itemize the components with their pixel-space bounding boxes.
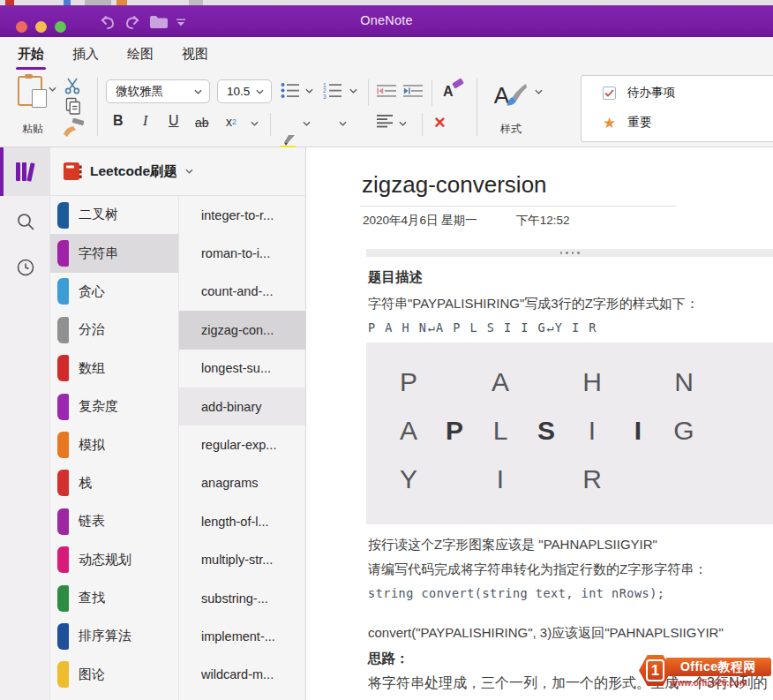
section-row[interactable]: 动态规划 xyxy=(50,541,178,579)
font-size-select[interactable]: 10.5 xyxy=(217,79,272,103)
notebook-panel: Leetcode刷题 二叉树 字符串 贪心 分治 数组 复杂度 模拟 栈 链表 … xyxy=(50,147,306,700)
paragraph-align-chevron-icon[interactable] xyxy=(399,121,407,126)
note-line-2[interactable]: 按行读这个Z字形图案应该是 "PAHNAPLSIIGYIR" xyxy=(368,537,657,553)
bold-button[interactable]: B xyxy=(113,113,124,129)
clipboard-icon xyxy=(18,76,42,106)
page-row[interactable]: longest-su... xyxy=(179,350,305,388)
note-zigzag-inline[interactable]: P A H N↵A P L S I I G↵Y I R xyxy=(368,320,597,335)
styles-button[interactable]: A xyxy=(491,75,531,116)
tab-draw[interactable]: 绘图 xyxy=(125,41,155,68)
figure-letter xyxy=(615,464,661,494)
font-color-chevron-icon[interactable] xyxy=(339,121,347,126)
subscript-chevron-icon[interactable] xyxy=(251,121,259,126)
ribbon-toolbar: 粘贴 微软雅黑 10.5 xyxy=(0,71,773,147)
note-line-5[interactable]: 思路： xyxy=(368,650,409,668)
page-label: regular-exp... xyxy=(201,438,276,452)
delete-button[interactable]: × xyxy=(434,113,446,132)
page-label: multiply-str... xyxy=(201,553,273,567)
section-row[interactable]: 贪心 xyxy=(50,273,178,311)
toolbar-divider xyxy=(432,79,432,106)
numbered-list-chevron-icon[interactable] xyxy=(349,88,357,94)
indent-icon[interactable] xyxy=(403,84,423,98)
styles-chevron-icon[interactable] xyxy=(535,89,543,94)
numbered-list-icon[interactable]: 1 2 3 xyxy=(323,82,342,99)
highlight-color-button[interactable] xyxy=(280,132,296,149)
rail-search-button[interactable] xyxy=(0,206,50,237)
rail-notebooks-button[interactable] xyxy=(0,147,50,196)
ribbon-tab-bar: 开始 插入 绘图 视图 xyxy=(0,37,773,71)
cut-icon[interactable] xyxy=(64,77,81,94)
section-row[interactable]: 图论 xyxy=(50,656,178,694)
outdent-icon[interactable] xyxy=(377,84,396,98)
italic-button[interactable]: I xyxy=(143,113,147,129)
page-row[interactable]: add-binary xyxy=(179,388,305,425)
copy-icon[interactable] xyxy=(65,97,81,116)
section-label: 数组 xyxy=(79,360,105,377)
section-label: 查找 xyxy=(79,590,105,606)
page-label: wildcard-m... xyxy=(201,667,274,681)
section-row[interactable]: 分治 xyxy=(50,311,178,349)
bullet-list-icon[interactable] xyxy=(281,82,300,99)
strikethrough-button[interactable]: ab xyxy=(195,116,209,130)
figure-letter xyxy=(615,367,661,397)
tag-important[interactable]: ★ 重要 xyxy=(603,115,651,131)
tab-insert[interactable]: 插入 xyxy=(71,41,101,68)
paste-button[interactable] xyxy=(18,76,42,106)
figure-row: YIR xyxy=(386,464,707,494)
note-line-3[interactable]: 请编写代码完成将字符串转化为指定行数的Z字形字符串： xyxy=(368,561,707,578)
section-row[interactable]: 二叉树 xyxy=(50,196,178,234)
section-row[interactable]: 链表 xyxy=(50,502,178,540)
page-row[interactable]: roman-to-i... xyxy=(179,234,305,272)
page-row[interactable]: integer-to-r... xyxy=(179,196,305,234)
section-row[interactable]: 查找 xyxy=(50,579,178,617)
tag-todo[interactable]: 待办事项 xyxy=(603,85,675,101)
note-line-1[interactable]: 字符串"PAYPALISHIRING"写成3行的Z字形的样式如下： xyxy=(368,296,699,312)
figure-letter: P xyxy=(386,367,432,397)
section-row[interactable]: 复杂度 xyxy=(50,388,178,425)
page-row[interactable]: wildcard-m... xyxy=(179,656,305,694)
figure-letter: I xyxy=(477,464,523,494)
section-row[interactable]: 模拟 xyxy=(50,425,178,463)
page-row[interactable]: implement-... xyxy=(179,617,305,655)
section-row[interactable]: 栈 xyxy=(50,464,178,502)
paste-dropdown-chevron-icon[interactable] xyxy=(49,87,56,92)
note-heading[interactable]: 题目描述 xyxy=(368,268,423,287)
page-row[interactable]: anagrams xyxy=(179,464,305,502)
page-row[interactable]: count-and-... xyxy=(179,273,305,311)
page-row[interactable]: zigzag-con... xyxy=(179,311,305,349)
zigzag-figure[interactable]: PAHNAPLSIIGYIR xyxy=(366,342,773,524)
highlight-chevron-icon[interactable] xyxy=(303,121,311,126)
outline-drag-handle[interactable] xyxy=(366,249,773,257)
underline-button[interactable]: U xyxy=(169,113,179,129)
page-row[interactable]: regular-exp... xyxy=(179,425,305,463)
section-color-tab xyxy=(57,278,69,305)
notebook-switcher[interactable]: Leetcode刷题 xyxy=(50,147,305,196)
paragraph-align-icon[interactable] xyxy=(377,115,393,128)
page-row[interactable]: multiply-str... xyxy=(179,541,305,579)
format-painter-icon[interactable] xyxy=(62,118,85,138)
note-code-line[interactable]: string convert(string text, int nRows); xyxy=(368,586,664,600)
rail-recent-button[interactable] xyxy=(0,252,50,283)
note-line-4[interactable]: convert("PAYPALISHIRING", 3)应该返回"PAHNAPL… xyxy=(368,625,724,642)
page-date[interactable]: 2020年4月6日 星期一 xyxy=(363,213,477,229)
page-canvas[interactable]: zigzag-conversion 2020年4月6日 星期一 下午12:52 … xyxy=(306,147,773,700)
tab-view[interactable]: 视图 xyxy=(180,41,210,68)
section-list: 二叉树 字符串 贪心 分治 数组 复杂度 模拟 栈 链表 动态规划 查找 排序算… xyxy=(50,196,179,700)
section-row[interactable]: 字符串 xyxy=(50,234,178,272)
page-time[interactable]: 下午12:52 xyxy=(516,213,570,229)
section-label: 动态规划 xyxy=(79,552,131,568)
section-color-tab xyxy=(57,355,69,381)
page-label: zigzag-con... xyxy=(201,323,274,337)
section-row[interactable]: 数组 xyxy=(50,350,178,388)
page-row[interactable]: length-of-l... xyxy=(179,502,305,540)
section-row[interactable] xyxy=(50,694,178,700)
bullet-list-chevron-icon[interactable] xyxy=(305,88,313,94)
subscript-button[interactable]: x2 xyxy=(226,115,236,129)
page-row[interactable]: substring-... xyxy=(179,579,305,617)
page-title[interactable]: zigzag-conversion xyxy=(362,171,547,199)
font-name-select[interactable]: 微软雅黑 xyxy=(106,79,210,103)
section-row[interactable]: 排序算法 xyxy=(50,617,178,655)
tab-home[interactable]: 开始 xyxy=(16,41,46,68)
page-label: length-of-l... xyxy=(201,515,269,529)
clear-formatting-icon[interactable]: A xyxy=(442,80,463,100)
